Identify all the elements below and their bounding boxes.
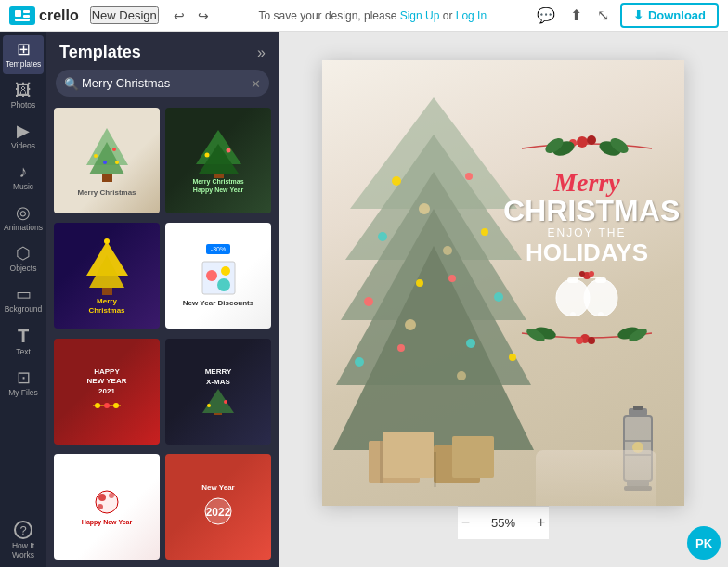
sidebar-item-background[interactable]: ▭ Bckground bbox=[3, 280, 44, 319]
comments-button[interactable]: 💬 bbox=[533, 3, 559, 28]
logo[interactable]: crello bbox=[9, 6, 79, 25]
template-content: MERRYX-MAS bbox=[165, 339, 271, 445]
sidebar-item-label: Videos bbox=[11, 141, 35, 150]
download-button[interactable]: ⬇ Download bbox=[620, 3, 719, 28]
canvas-merry-text: Merry bbox=[503, 170, 670, 196]
template-text: MERRYX-MAS bbox=[205, 367, 232, 387]
icon-sidebar: ⊞ Templates 🖼 Photos ▶ Videos ♪ Music ◎ … bbox=[0, 32, 46, 567]
svg-point-35 bbox=[98, 504, 103, 509]
howitworks-icon: ? bbox=[14, 521, 32, 539]
undo-button[interactable]: ↩ bbox=[170, 6, 188, 25]
svg-point-55 bbox=[466, 339, 475, 348]
sidebar-item-videos[interactable]: ▶ Videos bbox=[3, 117, 44, 156]
template-search-bar: 🔍 ✕ bbox=[56, 70, 269, 97]
svg-point-30 bbox=[207, 404, 211, 407]
template-text: Merry Christmas bbox=[77, 188, 136, 198]
svg-point-15 bbox=[226, 148, 230, 153]
objects-icon: ⬡ bbox=[16, 245, 31, 262]
canvas-wrapper[interactable]: Merry CHRISTMAS ENJOY THE HOLIDAYS bbox=[322, 60, 684, 506]
svg-point-23 bbox=[217, 278, 230, 291]
template-text: Happy New Year bbox=[82, 519, 132, 526]
canvas-text-overlay: Merry CHRISTMAS ENJOY THE HOLIDAYS bbox=[503, 135, 670, 350]
templates-grid: Merry Christmas Merry ChristmasHappy New… bbox=[46, 104, 279, 567]
svg-point-48 bbox=[364, 297, 373, 306]
svg-point-57 bbox=[443, 246, 452, 255]
zoom-in-button[interactable]: + bbox=[533, 510, 549, 535]
topbar: crello New Design ↩ ↪ To save your desig… bbox=[0, 0, 728, 32]
log-in-link[interactable]: Log In bbox=[456, 9, 487, 22]
sidebar-item-label: Photos bbox=[11, 100, 35, 110]
sidebar-item-label: Music bbox=[13, 182, 33, 191]
template-preview-svg bbox=[200, 387, 237, 415]
sidebar-item-animations[interactable]: ◎ Animations bbox=[3, 199, 44, 238]
sidebar-item-photos[interactable]: 🖼 Photos bbox=[3, 76, 44, 115]
svg-rect-91 bbox=[633, 406, 643, 410]
sign-up-link[interactable]: Sign Up bbox=[400, 9, 440, 22]
sidebar-item-templates[interactable]: ⊞ Templates bbox=[3, 35, 44, 74]
svg-rect-0 bbox=[15, 10, 21, 17]
resize-button[interactable]: ⤡ bbox=[593, 3, 613, 28]
collapse-panel-button[interactable]: » bbox=[257, 45, 266, 61]
template-content: New Year 2022 bbox=[165, 454, 271, 560]
sidebar-item-music[interactable]: ♪ Music bbox=[3, 158, 44, 197]
svg-rect-89 bbox=[434, 452, 436, 487]
sidebar-item-myfiles[interactable]: ⊡ My Files bbox=[3, 364, 44, 403]
svg-point-19 bbox=[104, 238, 110, 244]
music-icon: ♪ bbox=[20, 163, 28, 180]
svg-point-54 bbox=[397, 344, 405, 352]
template-content: MerryChristmas bbox=[54, 223, 160, 329]
sidebar-item-label: Templates bbox=[6, 59, 42, 69]
svg-point-51 bbox=[448, 275, 456, 282]
holly-decoration-svg bbox=[513, 135, 661, 162]
template-item[interactable]: Merry Christmas bbox=[54, 108, 160, 213]
svg-point-56 bbox=[419, 203, 430, 214]
download-icon: ⬇ bbox=[633, 8, 644, 22]
sidebar-item-objects[interactable]: ⬡ Objects bbox=[3, 239, 44, 278]
svg-point-32 bbox=[96, 491, 118, 513]
templates-icon: ⊞ bbox=[17, 41, 31, 58]
svg-point-14 bbox=[204, 153, 209, 158]
sidebar-item-howitworks[interactable]: ? How It Works bbox=[3, 515, 44, 565]
template-item[interactable]: -30% New Year Discounts bbox=[165, 223, 271, 329]
svg-point-68 bbox=[584, 279, 618, 316]
svg-point-61 bbox=[587, 135, 596, 145]
template-content: Merry ChristmasHappy New Year bbox=[165, 108, 271, 213]
panel-header: Templates » bbox=[46, 32, 279, 70]
svg-marker-28 bbox=[202, 389, 234, 413]
svg-point-76 bbox=[589, 271, 594, 277]
svg-point-53 bbox=[509, 354, 516, 361]
svg-point-33 bbox=[98, 494, 106, 501]
templates-panel: Templates » 🔍 ✕ bbox=[46, 32, 279, 567]
share-button[interactable]: ⬆ bbox=[566, 3, 586, 28]
svg-point-31 bbox=[224, 400, 228, 404]
search-clear-button[interactable]: ✕ bbox=[251, 76, 261, 90]
background-icon: ▭ bbox=[16, 286, 32, 303]
sidebar-item-text[interactable]: T Text bbox=[3, 321, 44, 362]
sidebar-item-label: My Files bbox=[8, 388, 38, 397]
template-item[interactable]: New Year 2022 bbox=[165, 454, 271, 560]
new-design-button[interactable]: New Design bbox=[90, 6, 159, 24]
svg-point-45 bbox=[465, 173, 473, 180]
template-item[interactable]: Happy New Year bbox=[54, 454, 160, 560]
zoom-out-button[interactable]: − bbox=[458, 510, 474, 535]
template-item[interactable]: MerryChristmas bbox=[54, 223, 160, 329]
bottom-bar: − 55% + bbox=[458, 506, 550, 539]
search-input[interactable] bbox=[56, 70, 269, 97]
template-content: HAPPYNEW YEAR2021 bbox=[54, 339, 160, 445]
template-preview-svg bbox=[88, 396, 125, 415]
template-item[interactable]: Merry ChristmasHappy New Year bbox=[165, 108, 271, 213]
svg-text:2022: 2022 bbox=[206, 506, 231, 519]
template-item[interactable]: MERRYX-MAS bbox=[165, 339, 271, 445]
redo-button[interactable]: ↪ bbox=[194, 6, 213, 25]
svg-point-46 bbox=[378, 232, 387, 241]
svg-point-59 bbox=[457, 371, 466, 380]
topbar-center-notice: To save your design, please Sign Up or L… bbox=[259, 9, 488, 22]
template-content: Merry Christmas bbox=[54, 108, 160, 213]
template-item[interactable]: HAPPYNEW YEAR2021 bbox=[54, 339, 160, 445]
svg-point-9 bbox=[103, 161, 107, 164]
template-preview-svg bbox=[198, 257, 240, 299]
svg-point-49 bbox=[494, 292, 503, 302]
sidebar-item-label: Animations bbox=[4, 223, 43, 232]
sidebar-item-label: How It Works bbox=[5, 541, 42, 560]
text-icon: T bbox=[18, 327, 29, 345]
